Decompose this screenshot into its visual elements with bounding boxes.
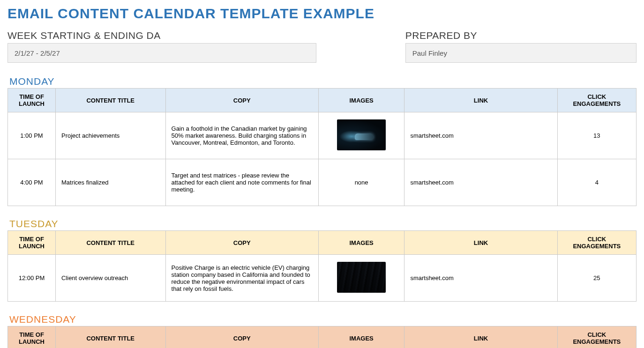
- column-header-time: TIME OF LAUNCH: [8, 231, 56, 255]
- week-input[interactable]: [7, 43, 316, 63]
- prepared-block: PREPARED BY: [405, 30, 637, 63]
- column-header-clicks: CLICK ENGAGEMENTS: [557, 89, 636, 112]
- column-header-clicks: CLICK ENGAGEMENTS: [557, 231, 636, 255]
- table-row: 1:00 PMProject achievementsGain a footho…: [8, 112, 637, 159]
- cell-clicks: 13: [557, 112, 636, 159]
- cell-images: none: [318, 159, 404, 206]
- calendar-table-monday: TIME OF LAUNCHCONTENT TITLECOPYIMAGESLIN…: [7, 88, 637, 206]
- column-header-title: CONTENT TITLE: [55, 89, 165, 112]
- cell-clicks: 25: [557, 255, 636, 302]
- cell-images: [318, 112, 404, 159]
- column-header-images: IMAGES: [318, 326, 404, 348]
- prepared-label: PREPARED BY: [405, 30, 637, 41]
- column-header-link: LINK: [404, 231, 557, 255]
- day-heading-wednesday: WEDNESDAY: [9, 314, 637, 325]
- column-header-copy: COPY: [165, 231, 318, 255]
- cell-copy: Target and test matrices - please review…: [165, 159, 318, 206]
- column-header-clicks: CLICK ENGAGEMENTS: [557, 326, 636, 348]
- day-heading-monday: MONDAY: [9, 76, 637, 87]
- calendar-table-wednesday: TIME OF LAUNCHCONTENT TITLECOPYIMAGESLIN…: [7, 326, 637, 348]
- cell-content-title: Project achievements: [55, 112, 165, 159]
- column-header-link: LINK: [404, 89, 557, 112]
- cell-content-title: Matrices finalized: [55, 159, 165, 206]
- day-heading-tuesday: TUESDAY: [9, 218, 637, 230]
- column-header-copy: COPY: [165, 89, 318, 112]
- electric-car-charging-icon: [337, 119, 386, 150]
- cell-link[interactable]: smartsheet.com: [404, 255, 557, 302]
- column-header-title: CONTENT TITLE: [55, 326, 165, 348]
- column-header-time: TIME OF LAUNCH: [8, 89, 56, 112]
- cell-time: 1:00 PM: [8, 112, 56, 159]
- table-row: 12:00 PMClient overview outreachPositive…: [8, 255, 637, 302]
- calendar-table-tuesday: TIME OF LAUNCHCONTENT TITLECOPYIMAGESLIN…: [7, 230, 637, 302]
- column-header-images: IMAGES: [318, 231, 404, 255]
- cell-link[interactable]: smartsheet.com: [404, 159, 557, 206]
- meta-row: WEEK STARTING & ENDING DA PREPARED BY: [7, 30, 637, 63]
- cell-copy: Gain a foothold in the Canadian market b…: [165, 112, 318, 159]
- column-header-title: CONTENT TITLE: [55, 231, 165, 255]
- prepared-input[interactable]: [405, 43, 637, 63]
- cell-time: 4:00 PM: [8, 159, 56, 206]
- column-header-time: TIME OF LAUNCH: [8, 326, 56, 348]
- cell-content-title: Client overview outreach: [55, 255, 165, 302]
- column-header-copy: COPY: [165, 326, 318, 348]
- cell-clicks: 4: [557, 159, 636, 206]
- week-label: WEEK STARTING & ENDING DA: [7, 30, 316, 41]
- cell-time: 12:00 PM: [8, 255, 56, 302]
- traffic-congestion-icon: [337, 262, 386, 293]
- week-block: WEEK STARTING & ENDING DA: [7, 30, 316, 63]
- cell-copy: Positive Charge is an electric vehicle (…: [165, 255, 318, 302]
- table-row: 4:00 PMMatrices finalizedTarget and test…: [8, 159, 637, 206]
- cell-link[interactable]: smartsheet.com: [404, 112, 557, 159]
- column-header-link: LINK: [404, 326, 557, 348]
- page-title: EMAIL CONTENT CALENDAR TEMPLATE EXAMPLE: [7, 6, 637, 22]
- column-header-images: IMAGES: [318, 89, 404, 112]
- cell-images: [318, 255, 404, 302]
